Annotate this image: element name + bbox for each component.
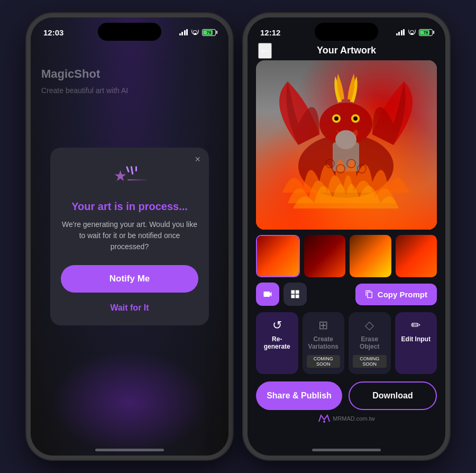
erase-object-button[interactable]: ◇ Erase Object COMING SOON xyxy=(349,312,391,374)
bottom-buttons: Share & Publish Download xyxy=(248,381,445,410)
view-toggle xyxy=(256,283,307,306)
svg-point-12 xyxy=(323,421,325,423)
grid-icon xyxy=(290,289,300,299)
thumbnail-strip xyxy=(248,235,445,277)
thumbnail-4[interactable] xyxy=(396,235,437,277)
modal-description: We're generating your art. Would you lik… xyxy=(61,219,198,252)
video-icon xyxy=(262,289,273,299)
wifi-icon xyxy=(191,30,199,35)
watermark-text: MRMAD.com.tw xyxy=(333,415,374,422)
edit-input-button[interactable]: ✏ Edit Input xyxy=(395,312,437,374)
variations-label: Create Variations xyxy=(307,335,341,351)
home-indicator-right xyxy=(312,449,381,451)
battery-level-left: 78 xyxy=(207,30,212,35)
wait-for-it-button[interactable]: Wait for It xyxy=(61,301,198,315)
svg-point-5 xyxy=(353,116,358,121)
left-phone: 12:03 78 MagicShot C xyxy=(26,13,233,460)
glow-background xyxy=(50,350,209,456)
shooting-star-icon: ★ xyxy=(108,163,151,190)
erase-icon: ◇ xyxy=(365,319,374,332)
variations-icon: ⊞ xyxy=(318,319,328,332)
processing-modal: × ★ Your art is in process... We're gene… xyxy=(50,148,209,325)
status-icons-right: 78 xyxy=(396,29,433,36)
regenerate-button[interactable]: ↺ Re-generate xyxy=(256,312,298,374)
grid-view-button[interactable] xyxy=(283,283,307,306)
thumbnail-3[interactable] xyxy=(350,235,391,277)
time-right: 12:12 xyxy=(260,28,280,37)
svg-point-3 xyxy=(334,116,338,121)
svg-point-7 xyxy=(335,130,356,149)
signal-icon-right xyxy=(396,29,405,35)
signal-icon xyxy=(179,29,188,35)
dynamic-island-right xyxy=(315,23,378,41)
star-icon: ★ xyxy=(114,167,127,185)
tools-row: ↺ Re-generate ⊞ Create Variations COMING… xyxy=(248,312,445,374)
copy-prompt-button[interactable]: Copy Prompt xyxy=(355,284,437,305)
dragon-svg xyxy=(256,60,436,230)
page-title: Your Artwork xyxy=(317,45,376,56)
back-button[interactable]: ← xyxy=(258,43,272,59)
battery-icon-right: 78 xyxy=(419,29,433,36)
erase-coming-soon: COMING SOON xyxy=(353,355,387,368)
erase-label: Erase Object xyxy=(353,335,387,351)
download-button[interactable]: Download xyxy=(349,381,437,410)
dynamic-island xyxy=(98,23,161,41)
regenerate-icon: ↺ xyxy=(272,319,282,332)
watermark: MRMAD.com.tw xyxy=(248,410,445,427)
copy-icon xyxy=(365,290,373,298)
app-subtitle: Create beautiful art with AI xyxy=(31,86,228,105)
watermark-logo xyxy=(318,414,331,423)
close-button[interactable]: × xyxy=(195,154,200,165)
edit-icon: ✏ xyxy=(411,319,420,332)
actions-row: Copy Prompt xyxy=(248,283,445,306)
battery-level-right: 78 xyxy=(424,30,428,35)
share-publish-button[interactable]: Share & Publish xyxy=(256,381,342,410)
notify-me-button[interactable]: Notify Me xyxy=(61,265,198,293)
modal-title: Your art is in process... xyxy=(61,201,198,213)
thumbnail-2[interactable] xyxy=(304,235,346,277)
app-name: MagicShot xyxy=(31,41,228,86)
copy-prompt-label: Copy Prompt xyxy=(378,290,427,299)
right-phone: 12:12 78 ← xyxy=(243,13,450,460)
battery-icon: 78 xyxy=(202,29,216,36)
regenerate-label: Re-generate xyxy=(260,335,294,351)
home-indicator-left xyxy=(95,449,164,451)
navigation-bar: ← Your Artwork xyxy=(248,41,445,60)
create-variations-button[interactable]: ⊞ Create Variations COMING SOON xyxy=(303,312,345,374)
status-icons-left: 78 xyxy=(179,29,216,36)
thumbnail-1[interactable] xyxy=(256,235,300,277)
time-left: 12:03 xyxy=(43,28,63,37)
main-artwork xyxy=(256,60,437,230)
wifi-icon-right xyxy=(408,30,416,35)
edit-label: Edit Input xyxy=(401,335,431,343)
variations-coming-soon: COMING SOON xyxy=(307,355,341,368)
video-view-button[interactable] xyxy=(256,283,279,306)
